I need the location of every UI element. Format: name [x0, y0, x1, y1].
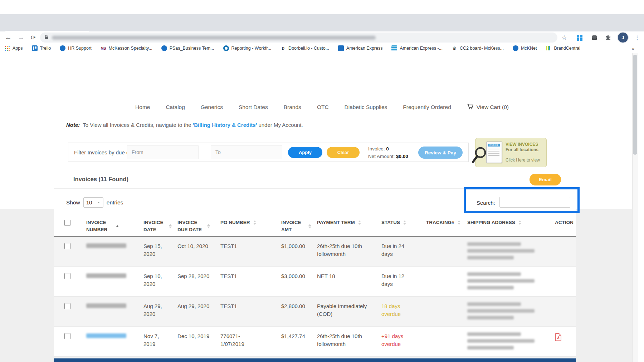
- extension-grid-icon[interactable]: [573, 31, 585, 44]
- square-icon: [338, 45, 344, 51]
- bars-icon: [546, 45, 551, 51]
- scrollbar-thumb[interactable]: [633, 55, 637, 155]
- col-status[interactable]: STATUS: [376, 214, 420, 237]
- invoice-amt-cell: $3,000.00: [275, 267, 311, 297]
- back-button[interactable]: [2, 31, 14, 44]
- view-invoices-banner[interactable]: INVOICE VIEW INVOICES For all locations …: [475, 138, 547, 167]
- col-invoice-number[interactable]: INVOICE NUMBER: [80, 214, 138, 237]
- view-cart-link[interactable]: View Cart (0): [467, 104, 509, 111]
- note-text: Note: To View all Invoices & Credits, na…: [66, 122, 303, 128]
- bookmark-label: McKesson Specialty...: [109, 46, 152, 51]
- bookmark-hr-support[interactable]: HR Support: [60, 45, 91, 51]
- sort-icon[interactable]: [403, 220, 406, 225]
- invoice-number-redacted[interactable]: [86, 273, 126, 278]
- address-bar[interactable]: [40, 33, 557, 43]
- profile-avatar[interactable]: J: [617, 31, 629, 44]
- col-invoice-date[interactable]: INVOICE DATE: [138, 214, 172, 237]
- trello-icon: [32, 45, 38, 51]
- invoice-table-row: Aug 29, 2020 Aug 29, 2020 TEST1 $2,800.0…: [54, 297, 576, 327]
- clear-button[interactable]: Clear: [327, 147, 360, 158]
- reload-button[interactable]: [27, 31, 39, 44]
- bookmark-star-icon[interactable]: [558, 31, 570, 44]
- sort-icon[interactable]: [518, 220, 521, 225]
- sort-icon[interactable]: [308, 224, 311, 228]
- invoice-table-row: Nov 7, 2019 Dec 10, 2019 776071-1/07/201…: [54, 327, 576, 357]
- billing-history-link[interactable]: 'Billing History & Credits': [193, 122, 257, 128]
- apply-button[interactable]: Apply: [288, 147, 322, 158]
- nav-home[interactable]: Home: [135, 104, 150, 110]
- col-invoice-due-date[interactable]: INVOICE DUE DATE: [172, 214, 215, 237]
- browser-menu-icon[interactable]: [631, 31, 643, 44]
- ring-icon: [223, 45, 229, 51]
- col-action[interactable]: ACTION: [549, 214, 576, 237]
- invoice-date-cell: Aug 29, 2020: [138, 297, 172, 327]
- bookmark-reporting-workfr[interactable]: Reporting - Workfr...: [223, 45, 272, 51]
- bookmark-doorbell-io-custo[interactable]: D Doorbell.io - Custo...: [280, 45, 329, 51]
- invoice-amt-cell: $1,000.00: [275, 236, 311, 267]
- page-margin-right: [576, 209, 632, 362]
- row-checkbox[interactable]: [64, 273, 70, 279]
- row-checkbox[interactable]: [64, 333, 70, 339]
- extensions-puzzle-icon[interactable]: [602, 31, 614, 44]
- nav-catalog[interactable]: Catalog: [166, 104, 185, 110]
- sort-icon[interactable]: [116, 225, 119, 227]
- review-and-pay-button[interactable]: Review & Pay: [418, 147, 463, 159]
- invoice-number-redacted[interactable]: [86, 303, 126, 308]
- bookmark-brandcentral[interactable]: BrandCentral: [546, 45, 580, 51]
- to-date-input[interactable]: [211, 145, 282, 159]
- from-date-input[interactable]: [127, 145, 199, 159]
- table-search-label: Search:: [477, 200, 495, 206]
- col-po-number[interactable]: PO NUMBER: [215, 214, 275, 237]
- sort-icon[interactable]: [458, 220, 460, 225]
- status-cell: 18 days overdue: [381, 302, 408, 318]
- row-checkbox[interactable]: [64, 303, 70, 309]
- forward-button: [15, 31, 27, 44]
- invoice-due-date-cell: Sep 28, 2020: [172, 267, 215, 297]
- col-payment-term[interactable]: PAYMENT TERM: [311, 214, 376, 237]
- column-header-label: INVOICE DUE DATE: [177, 219, 204, 233]
- bookmark-trello[interactable]: Trello: [32, 45, 51, 51]
- col-shipping-address[interactable]: SHIPPING ADDRESS: [462, 214, 549, 237]
- po-number-cell: TEST1: [220, 302, 260, 310]
- site-nav: Home Catalog Generics Short Dates Brands…: [0, 95, 644, 119]
- nav-generics[interactable]: Generics: [201, 104, 223, 110]
- nav-short-dates[interactable]: Short Dates: [239, 104, 268, 110]
- invoice-number-redacted[interactable]: [86, 243, 126, 248]
- extension-icon[interactable]: [588, 31, 600, 44]
- bookmark-american-express[interactable]: American Express -...: [391, 45, 442, 51]
- invoice-number-redacted[interactable]: [86, 333, 126, 338]
- sort-icon[interactable]: [207, 224, 210, 228]
- email-button[interactable]: Email: [530, 174, 561, 185]
- shipping-address-redacted: [462, 267, 549, 297]
- row-checkbox[interactable]: [64, 243, 70, 249]
- bookmark-apps[interactable]: Apps: [4, 45, 23, 51]
- bookmark-psas-business-tem[interactable]: PSas_Business Tem...: [161, 45, 214, 51]
- nav-brands[interactable]: Brands: [284, 104, 301, 110]
- nav-frequently-ordered[interactable]: Frequently Ordered: [403, 104, 451, 110]
- shipping-address-redacted: [462, 297, 549, 327]
- bookmark-mckesson-specialty[interactable]: MS McKesson Specialty...: [101, 45, 152, 51]
- pdf-icon[interactable]: [555, 333, 562, 343]
- table-search-input[interactable]: [499, 197, 570, 208]
- filter-bar: Filter Invoices by due date: Apply Clear…: [68, 143, 469, 162]
- select-all-checkbox[interactable]: [64, 220, 70, 226]
- page-size-select[interactable]: 10: [83, 197, 103, 208]
- col-invoice-amt[interactable]: INVOICE AMT: [275, 214, 311, 237]
- sort-icon[interactable]: [169, 224, 172, 228]
- bookmark-cc2-board-mckess[interactable]: CC2 board- McKess...: [452, 45, 504, 51]
- bookmark-label: Reporting - Workfr...: [231, 46, 272, 51]
- bookmark-label: American Express -...: [400, 46, 442, 51]
- circle-icon: [60, 45, 65, 51]
- column-header-label: PAYMENT TERM: [317, 219, 355, 226]
- nav-diabetic-supplies[interactable]: Diabetic Supplies: [345, 104, 387, 110]
- nav-otc[interactable]: OTC: [317, 104, 329, 110]
- bookmark-american-express[interactable]: American Express: [338, 45, 382, 51]
- sort-icon[interactable]: [253, 220, 256, 225]
- sort-icon[interactable]: [358, 220, 361, 225]
- bookmark-label: PSas_Business Tem...: [170, 46, 214, 51]
- invoice-due-date-cell: Dec 10, 2019: [172, 327, 215, 357]
- col-tracking#[interactable]: TRACKING#: [420, 214, 462, 237]
- banner-cta[interactable]: Click Here to view: [506, 158, 540, 163]
- bookmarks-overflow-chevron[interactable]: »: [632, 44, 634, 53]
- bookmark-mcknet[interactable]: McKNet: [513, 45, 537, 51]
